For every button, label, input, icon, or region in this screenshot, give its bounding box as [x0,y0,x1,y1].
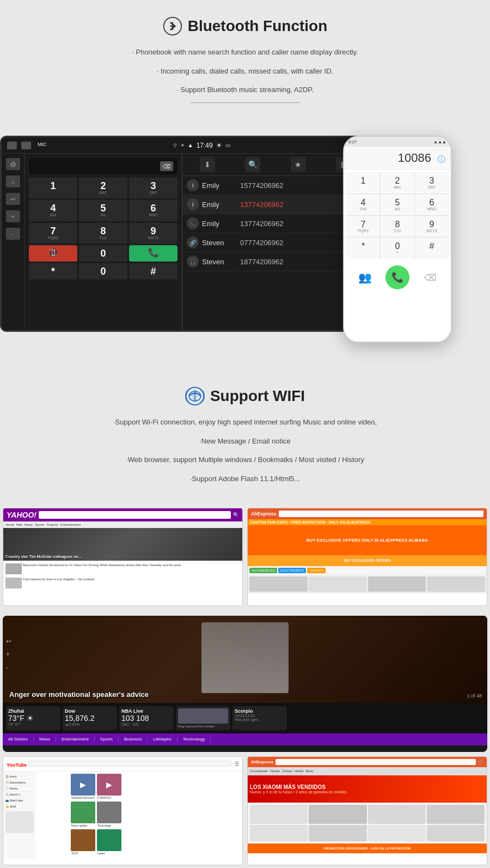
ali-es-product-7[interactable] [368,825,426,841]
yahoo-search-btn[interactable]: 🔍 [233,512,239,518]
phone-key-8[interactable]: 8TUV [381,216,414,237]
yt-sidebar-playlist[interactable]: 📺 Watch later [4,798,35,804]
car-key-7[interactable]: 7PQRS [29,223,77,244]
yahoo-search-bar[interactable] [39,511,231,519]
news-back-icon[interactable]: ↩ [6,638,11,645]
yt-sidebar-search1[interactable]: 🔍 Search 1 [4,792,35,798]
phone-key-9[interactable]: 9WXYZ [415,216,449,237]
car-key-zero-alt[interactable]: 0 [79,263,127,280]
news-tab-news[interactable]: News [34,737,56,742]
car-key-5[interactable]: 5JKL [79,200,127,221]
car-key-9[interactable]: 9WXYZ [129,223,177,244]
car-key-end-call[interactable]: 📵 [29,245,77,262]
yt-sidebar-liked[interactable]: 👍 Liked [4,804,35,810]
ali-es-product-3[interactable] [368,805,426,824]
news-tab-lifestyles[interactable]: Lifestyles [148,737,177,742]
yt-sidebar-subscriptions[interactable]: 📋 Subscriptions [4,780,35,786]
yt-search-bar[interactable] [29,761,231,767]
ali-search-bar[interactable] [279,511,483,517]
ali-es-nav-chinas[interactable]: Chinas [282,769,292,773]
phone-key-7[interactable]: 7PQRS [346,216,380,237]
ali-es-product-2[interactable] [309,805,366,824]
yt-video-item-6[interactable]: Latest [97,829,121,855]
yahoo-nav-home[interactable]: Home [5,523,14,526]
yahoo-nav-entertainment[interactable]: Entertainment [60,523,81,526]
car-key-0[interactable]: 0 [79,245,127,262]
yt-video-item-3[interactable]: News update [71,802,95,828]
yahoo-nav-finance[interactable]: Finance [46,523,58,526]
news-tab-all[interactable]: All Stories [3,737,34,742]
phone-key-star[interactable]: * [346,238,380,259]
car-search-icon[interactable]: 🔍 [245,157,260,172]
yahoo-nav-news[interactable]: News [24,523,33,526]
phone-status-bar: 9:27 ▲▲▲ [344,137,451,147]
phone-key-0[interactable]: 0+ [381,238,414,259]
car-backspace-btn[interactable]: ⌫ [160,161,173,171]
phone-key-3[interactable]: 3DEF [415,172,449,193]
yt-sidebar-history[interactable]: 🕐 History [4,786,35,792]
car-vol-up-icon[interactable]: + [6,210,20,222]
ali-cat-fashion[interactable]: FASHION [307,568,326,573]
yahoo-nav-mail[interactable]: Mail [16,523,22,526]
ali-es-nav-more[interactable]: More [305,769,313,773]
car-back-sidebar-icon[interactable]: ↩ [6,193,20,205]
car-key-6[interactable]: 6MNO [129,200,177,221]
car-key-4[interactable]: 4GHI [29,200,77,221]
phone-key-4[interactable]: 4GHI [346,194,380,215]
phone-contacts-btn[interactable]: 👥 [353,265,377,289]
ali-es-nav-hotlist[interactable]: Hotlist [295,769,304,773]
ali-cat-elec[interactable]: ELECTRONICS [278,568,306,573]
ali-es-product-8[interactable] [427,825,485,841]
phone-info-icon[interactable]: ⓘ [438,155,445,163]
ali-es-nav-plazas[interactable]: Plazas [270,769,280,773]
ali-es-product-1[interactable] [250,805,308,824]
car-download-icon[interactable]: ⬇ [200,157,215,172]
car-power-icon[interactable]: ⏻ [6,158,20,170]
car-key-2[interactable]: 2ABC [79,178,127,198]
car-key-call[interactable]: 📞 [129,245,177,262]
ali-es-cart-icon[interactable]: 🛒 [478,760,483,764]
car-home-sidebar-icon[interactable]: ⌂ [6,175,20,187]
news-dow-value: 15,876.2 [65,714,115,723]
phone-delete-btn[interactable]: ⌫ [418,265,442,289]
news-tab-entertainment[interactable]: Entertainment [56,737,95,742]
news-tab-technology[interactable]: Technology [177,737,211,742]
phone-key-2[interactable]: 2ABC [381,172,414,193]
phone-call-button[interactable]: 📞 [385,265,409,289]
ali-es-nav-crossborder[interactable]: Crossborder [250,769,268,773]
phone-key-hash[interactable]: # [415,238,449,259]
car-key-8[interactable]: 8TUV [79,223,127,244]
yt-video-item-4[interactable]: Technology [97,802,121,828]
ali-cat-auto[interactable]: AUTOMOBILES [249,568,277,573]
yt-video-item-5[interactable]: TEST [71,829,95,855]
car-key-1[interactable]: 1 [29,178,77,198]
news-settings-icon[interactable]: - [6,664,11,671]
car-lock-icon[interactable] [21,142,31,149]
phone-key-1[interactable]: 1 [346,172,380,193]
wifi-feature-3: ·Web browser, support Multiple windows /… [11,453,479,467]
ali-es-product-4[interactable] [427,805,485,824]
car-vol-down-icon[interactable]: - [6,228,20,240]
car-key-hash[interactable]: # [129,263,177,280]
ali-es-search-bar[interactable] [275,759,476,765]
yt-video-item-2[interactable]: ▶ CURIOUS? [97,774,121,800]
yt-sidebar-home[interactable]: 🏠 Home [4,774,35,780]
news-tab-business[interactable]: Business [119,737,148,742]
car-home-icon[interactable] [7,142,17,149]
car-key-3[interactable]: 3DEF [129,178,177,198]
ali-es-product-5[interactable] [250,825,308,841]
phone-key-5[interactable]: 5JKL [381,194,414,215]
wifi-title-row: Support WIFI [11,386,479,406]
yahoo-nav-sports[interactable]: Sports [35,523,44,526]
yt-video-item-1[interactable]: ▶ Stellanet Discovery [71,774,95,800]
yahoo-logo: YAHOO! [7,511,36,519]
yt-menu-icon[interactable]: ☰ [235,761,239,767]
news-tab-sports[interactable]: Sports [95,737,119,742]
ali-es-product-6[interactable] [309,825,366,841]
car-key-star[interactable]: * [29,263,77,280]
news-vol-icon[interactable]: + [6,651,11,658]
car-star-icon[interactable]: ★ [291,157,306,172]
phone-key-6[interactable]: 6MNO [415,194,449,215]
phone-number-display: 10086 ⓘ [344,147,451,170]
yahoo-nav: Home Mail News Sports Finance Entertainm… [3,521,242,528]
